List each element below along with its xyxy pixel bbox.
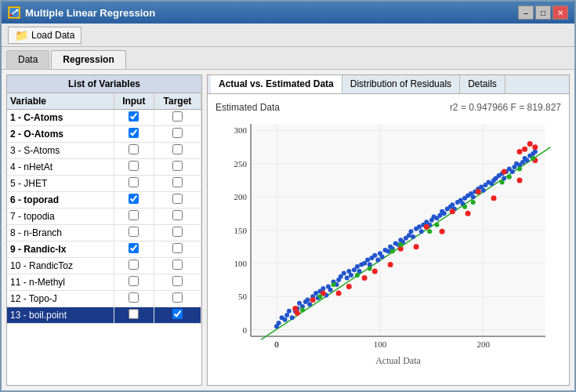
tab-regression[interactable]: Regression	[51, 50, 125, 69]
target-checkbox[interactable]	[172, 276, 183, 286]
target-checkbox[interactable]	[172, 227, 183, 237]
table-row: 13 - boil.point	[7, 307, 201, 324]
variable-target-cell	[154, 110, 201, 126]
target-checkbox[interactable]	[172, 177, 183, 187]
input-checkbox[interactable]	[129, 276, 139, 286]
variable-target-cell	[154, 143, 201, 159]
variable-target-cell	[154, 258, 201, 274]
plot-tabs: Actual vs. Estimated Data Distribution o…	[208, 75, 569, 94]
variable-target-cell	[154, 291, 201, 307]
tab-details[interactable]: Details	[460, 75, 505, 93]
target-checkbox[interactable]	[172, 260, 183, 270]
close-button[interactable]: ✕	[552, 5, 568, 20]
tab-actual-estimated[interactable]: Actual vs. Estimated Data	[211, 75, 342, 93]
variable-input-cell	[114, 126, 154, 143]
input-checkbox[interactable]	[129, 177, 139, 187]
input-checkbox[interactable]	[129, 111, 139, 122]
input-checkbox[interactable]	[129, 227, 139, 237]
variable-input-cell	[114, 258, 154, 274]
input-checkbox[interactable]	[129, 161, 139, 171]
folder-icon: 📁	[15, 29, 28, 42]
input-checkbox[interactable]	[129, 128, 139, 138]
variable-input-cell	[114, 110, 154, 126]
load-data-button[interactable]: 📁 Load Data	[8, 27, 82, 44]
variable-name: 7 - topodia	[7, 209, 114, 225]
input-checkbox[interactable]	[129, 194, 139, 204]
variable-target-cell	[154, 225, 201, 241]
variable-input-cell	[114, 209, 154, 225]
variable-name: 8 - n-Branch	[7, 225, 114, 241]
chart-subtitle: Estimated Data	[216, 102, 280, 113]
table-row: 9 - Randic-Ix	[7, 241, 201, 258]
scatter-plot	[216, 116, 561, 368]
variable-input-cell	[114, 291, 154, 307]
input-checkbox[interactable]	[129, 144, 139, 154]
title-bar-left: Multiple Linear Regression	[8, 6, 155, 19]
variable-name: 9 - Randic-Ix	[7, 241, 114, 258]
variable-target-cell	[154, 209, 201, 225]
svg-point-2	[10, 14, 13, 16]
chart-area: Estimated Data r2 = 0.947966 F = 819.827	[208, 94, 569, 385]
table-row: 10 - RandicToz	[7, 258, 201, 274]
target-checkbox[interactable]	[172, 292, 183, 303]
variable-input-cell	[114, 274, 154, 291]
variable-input-cell	[114, 225, 154, 241]
left-panel: List of Variables Variable Input Target …	[6, 74, 202, 386]
variable-target-cell	[154, 307, 201, 324]
variable-input-cell	[114, 176, 154, 192]
target-checkbox[interactable]	[172, 161, 183, 171]
window-title: Multiple Linear Regression	[25, 7, 155, 19]
table-row: 1 - C-Atoms	[7, 110, 201, 126]
minimize-button[interactable]: –	[518, 5, 534, 20]
variable-target-cell	[154, 192, 201, 209]
svg-point-3	[16, 9, 19, 12]
col-input: Input	[114, 93, 154, 110]
variable-input-cell	[114, 241, 154, 258]
variable-name: 2 - O-Atoms	[7, 126, 114, 143]
variable-name: 4 - nHetAt	[7, 159, 114, 176]
app-icon	[8, 6, 20, 19]
table-row: 6 - toporad	[7, 192, 201, 209]
table-row: 12 - Topo-J	[7, 291, 201, 307]
variable-target-cell	[154, 159, 201, 176]
input-checkbox[interactable]	[129, 243, 139, 253]
table-row: 5 - JHET	[7, 176, 201, 192]
target-checkbox[interactable]	[172, 111, 183, 122]
variable-target-cell	[154, 274, 201, 291]
table-row: 11 - n-Methyl	[7, 274, 201, 291]
input-checkbox[interactable]	[129, 260, 139, 270]
table-row: 4 - nHetAt	[7, 159, 201, 176]
toolbar: 📁 Load Data	[2, 24, 574, 47]
variables-list-header: List of Variables	[7, 75, 201, 93]
tab-data[interactable]: Data	[6, 50, 49, 69]
variable-name: 12 - Topo-J	[7, 291, 114, 307]
maximize-button[interactable]: □	[535, 5, 551, 20]
target-checkbox[interactable]	[172, 144, 183, 154]
input-checkbox[interactable]	[129, 292, 139, 303]
input-checkbox[interactable]	[129, 309, 139, 319]
table-row: 2 - O-Atoms	[7, 126, 201, 143]
target-checkbox[interactable]	[172, 128, 183, 138]
target-checkbox[interactable]	[172, 194, 183, 204]
tab-distribution[interactable]: Distribution of Residuals	[342, 75, 460, 93]
table-row: 7 - topodia	[7, 209, 201, 225]
variable-name: 5 - JHET	[7, 176, 114, 192]
load-data-label: Load Data	[31, 30, 74, 41]
variable-name: 13 - boil.point	[7, 307, 114, 324]
variable-target-cell	[154, 241, 201, 258]
chart-title-area: Estimated Data r2 = 0.947966 F = 819.827	[216, 102, 561, 113]
table-row: 8 - n-Branch	[7, 225, 201, 241]
target-checkbox[interactable]	[172, 243, 183, 253]
variable-target-cell	[154, 176, 201, 192]
variables-table: Variable Input Target 1 - C-Atoms2 - O-A…	[7, 93, 201, 324]
target-checkbox[interactable]	[172, 309, 183, 319]
main-window: Multiple Linear Regression – □ ✕ 📁 Load …	[0, 0, 576, 392]
variable-input-cell	[114, 143, 154, 159]
variable-name: 6 - toporad	[7, 192, 114, 209]
title-bar: Multiple Linear Regression – □ ✕	[2, 2, 574, 24]
input-checkbox[interactable]	[129, 210, 139, 220]
variable-input-cell	[114, 307, 154, 324]
main-tabs-bar: Data Regression	[2, 47, 574, 70]
target-checkbox[interactable]	[172, 210, 183, 220]
variable-name: 10 - RandicToz	[7, 258, 114, 274]
